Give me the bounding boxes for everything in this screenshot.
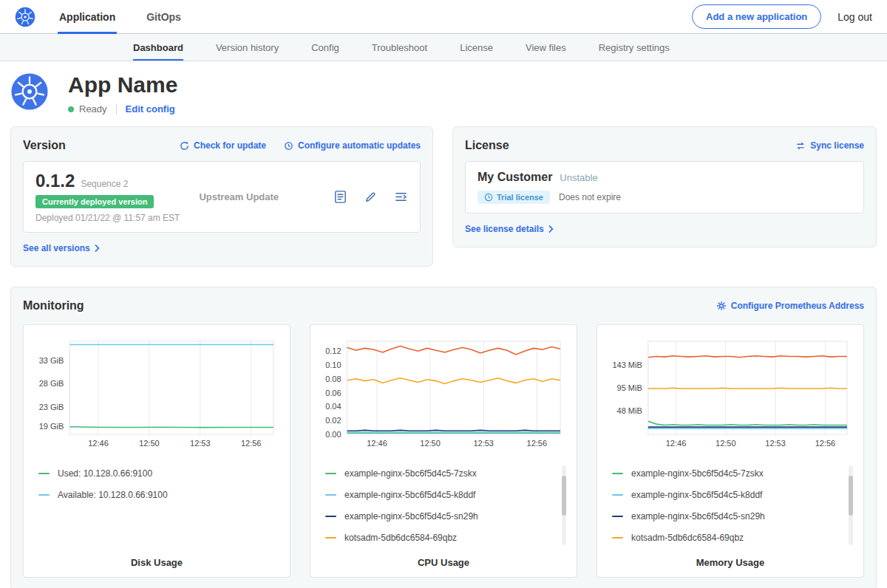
customer-name: My Customer — [478, 171, 552, 184]
subnav-dashboard[interactable]: Dashboard — [133, 34, 183, 61]
scrollbar-thumb[interactable] — [849, 476, 853, 516]
check-for-update-link[interactable]: Check for update — [180, 140, 266, 151]
subnav-version-history[interactable]: Version history — [216, 34, 279, 61]
svg-text:12:53: 12:53 — [473, 439, 494, 448]
legend-item: example-nginx-5bc6f5d4c5-sn29h — [325, 505, 556, 527]
legend-scrollbar[interactable] — [562, 465, 566, 545]
legend-swatch — [325, 473, 336, 474]
configure-auto-updates-link[interactable]: Configure automatic updates — [284, 140, 421, 151]
divider — [116, 104, 117, 114]
release-notes-icon[interactable] — [333, 190, 347, 204]
deployed-date: Deployed 01/21/22 @ 11:57 am EST — [35, 213, 180, 223]
add-application-button[interactable]: Add a new application — [692, 4, 821, 29]
topbar: Application GitOps Add a new application… — [0, 0, 887, 34]
app-status-row: Ready Edit config — [68, 103, 177, 114]
svg-text:0.06: 0.06 — [325, 389, 341, 397]
nav-tab-application[interactable]: Application — [58, 0, 117, 34]
license-card: License Sync license My — [452, 126, 877, 247]
chevron-right-icon — [548, 225, 554, 233]
monitoring-head: Monitoring Configure Prometheus Address — [23, 299, 864, 312]
monitoring-title: Monitoring — [23, 299, 84, 312]
configure-prometheus-link[interactable]: Configure Prometheus Address — [716, 301, 864, 311]
legend-label: example-nginx-5bc6f5d4c5-k8ddf — [631, 490, 762, 500]
clock-icon — [484, 193, 493, 202]
legend-label: Used: 10.128.0.66:9100 — [58, 468, 152, 479]
cpu-usage-card: 12:4612:5012:5312:560.120.100.080.060.04… — [310, 324, 577, 578]
legend-item: kotsadm-5db6dc6584-69qbz — [612, 527, 843, 548]
license-title: License — [465, 139, 509, 152]
svg-text:12:50: 12:50 — [716, 439, 736, 448]
trial-license-badge: Trial license — [478, 191, 550, 204]
svg-text:0.04: 0.04 — [325, 402, 341, 411]
svg-text:12:56: 12:56 — [241, 439, 262, 448]
svg-text:0.02: 0.02 — [325, 416, 341, 425]
subnav-view-files[interactable]: View files — [526, 34, 566, 61]
cpu-usage-legend: example-nginx-5bc6f5d4c5-7zskxexample-ng… — [318, 461, 569, 550]
svg-text:28 GiB: 28 GiB — [39, 379, 64, 388]
sync-license-label: Sync license — [810, 140, 864, 151]
legend-swatch — [38, 494, 50, 496]
chevron-right-icon — [95, 245, 101, 252]
legend-swatch — [325, 537, 336, 539]
svg-text:12:53: 12:53 — [190, 439, 211, 448]
subnav-troubleshoot[interactable]: Troubleshoot — [372, 34, 427, 61]
see-all-versions-label: See all versions — [23, 243, 90, 253]
legend-scrollbar[interactable] — [849, 465, 853, 545]
edit-version-config-icon[interactable] — [364, 190, 378, 204]
sync-license-link[interactable]: Sync license — [795, 140, 864, 151]
subnav-registry-settings[interactable]: Registry settings — [599, 34, 670, 61]
chart-svg: 12:4612:5012:5312:56143 MiB95 MiB48 MiB — [605, 335, 856, 452]
legend-swatch — [38, 473, 50, 474]
svg-text:0.08: 0.08 — [325, 375, 341, 383]
legend-swatch — [612, 516, 623, 517]
legend-item: Available: 10.128.0.66:9100 — [38, 484, 269, 505]
configure-prometheus-label: Configure Prometheus Address — [731, 301, 864, 311]
svg-text:12:46: 12:46 — [88, 439, 109, 448]
svg-text:12:56: 12:56 — [815, 439, 836, 448]
top-nav: Application GitOps — [58, 0, 183, 34]
svg-text:12:53: 12:53 — [765, 439, 786, 448]
disk-usage-chart: 12:4612:5012:5312:5633 GiB28 GiB23 GiB19… — [31, 335, 282, 452]
topbar-right: Add a new application Log out — [692, 4, 872, 29]
legend-label: example-nginx-5bc6f5d4c5-sn29h — [631, 511, 765, 522]
version-actions — [333, 190, 408, 204]
license-channel: Unstable — [560, 172, 597, 183]
diff-icon[interactable] — [394, 190, 408, 204]
legend-label: example-nginx-5bc6f5d4c5-7zskx — [344, 468, 477, 479]
version-info: 0.1.2 Sequence 2 Currently deployed vers… — [35, 171, 180, 223]
chart-title: Disk Usage — [31, 557, 282, 568]
kubernetes-logo-icon[interactable] — [15, 7, 35, 27]
legend-swatch — [612, 494, 623, 496]
legend-item: example-nginx-5bc6f5d4c5-k8ddf — [325, 484, 556, 505]
nav-tab-gitops[interactable]: GitOps — [145, 0, 183, 34]
svg-text:143 MiB: 143 MiB — [612, 360, 642, 369]
svg-text:12:50: 12:50 — [139, 439, 160, 448]
legend-item: example-nginx-5bc6f5d4c5-7zskx — [612, 462, 843, 484]
see-license-details-link[interactable]: See license details — [465, 224, 554, 234]
logout-link[interactable]: Log out — [837, 11, 872, 23]
subnav-config[interactable]: Config — [311, 34, 339, 61]
subnav-license[interactable]: License — [460, 34, 493, 61]
legend-item: example-nginx-5bc6f5d4c5-sn29h — [612, 505, 843, 527]
license-expiry: Does not expire — [559, 192, 621, 202]
legend-swatch — [325, 516, 336, 517]
svg-text:48 MiB: 48 MiB — [617, 406, 642, 415]
scrollbar-thumb[interactable] — [562, 476, 566, 516]
sync-icon — [795, 141, 806, 151]
svg-text:33 GiB: 33 GiB — [39, 356, 64, 365]
version-card: Version Check for update — [10, 126, 433, 267]
app-icon — [10, 72, 49, 114]
legend-item: example-nginx-5bc6f5d4c5-k8ddf — [612, 484, 843, 505]
edit-config-link[interactable]: Edit config — [126, 103, 175, 114]
memory-usage-card: 12:4612:5012:5312:56143 MiB95 MiB48 MiB … — [597, 324, 864, 578]
configure-auto-updates-label: Configure automatic updates — [298, 140, 421, 151]
version-title: Version — [23, 139, 66, 152]
chart-title: CPU Usage — [318, 557, 569, 568]
legend-label: kotsadm-5db6dc6584-69qbz — [344, 533, 457, 543]
license-info-card: My Customer Unstable Trial license Doe — [465, 161, 864, 213]
license-card-head: License Sync license — [465, 139, 864, 152]
see-all-versions-link[interactable]: See all versions — [23, 243, 101, 253]
deployed-badge: Currently deployed version — [35, 195, 154, 208]
upstream-update-label: Upstream Update — [199, 191, 279, 202]
legend-swatch — [612, 473, 623, 474]
